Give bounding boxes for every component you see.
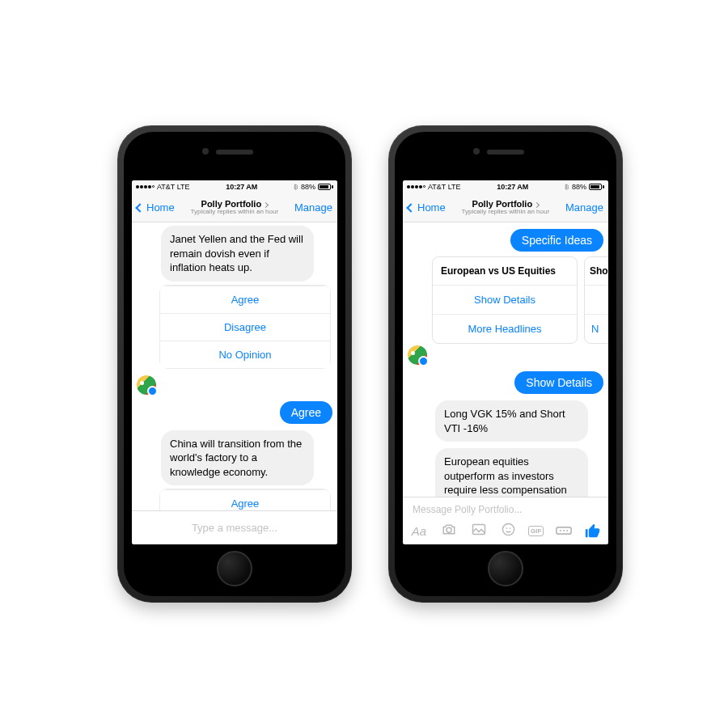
camera-icon[interactable] [439, 523, 459, 538]
gif-button[interactable]: GIF [528, 526, 544, 536]
chat-scroll[interactable]: Janet Yellen and the Fed will remain dov… [132, 222, 337, 510]
quick-reply-list: Agree Disagree No Opinion [159, 489, 331, 510]
chat-subtitle: Typically replies within an hour [446, 209, 565, 216]
bot-avatar[interactable] [137, 375, 156, 395]
svg-point-2 [502, 523, 514, 535]
chevron-left-icon [406, 203, 415, 212]
quick-reply-agree[interactable]: Agree [159, 286, 331, 313]
status-bar: AT&T LTE 10:27 AM ฿ 88% [403, 180, 608, 193]
phone-mockup-1: AT&T LTE 10:27 AM ฿ 88% Home [117, 125, 352, 603]
svg-point-8 [566, 529, 568, 531]
nav-bar: Home Polly Portfolio Typically replies w… [403, 193, 608, 222]
svg-point-4 [510, 527, 511, 529]
chat-subtitle: Typically replies within an hour [175, 209, 294, 216]
battery-icon [318, 184, 333, 190]
svg-point-3 [506, 527, 507, 529]
carrier-label: AT&T LTE [428, 183, 461, 191]
bluetooth-icon: ฿ [294, 183, 298, 191]
card-carousel[interactable]: European vs US Equities Show Details Mor… [432, 256, 608, 344]
card-title: European vs US Equities [433, 257, 577, 285]
message-input-placeholder: Type a message... [192, 522, 277, 534]
home-button[interactable] [488, 551, 523, 586]
status-bar: AT&T LTE 10:27 AM ฿ 88% [132, 180, 337, 193]
card-button[interactable] [585, 285, 608, 314]
emoji-icon[interactable] [498, 523, 518, 539]
card-title: Short [585, 257, 608, 285]
svg-point-7 [563, 529, 565, 531]
idea-card: Short N [584, 256, 608, 344]
quick-reply-disagree[interactable]: Disagree [159, 313, 331, 341]
battery-icon [589, 184, 604, 190]
chevron-left-icon [135, 203, 144, 212]
back-label: Home [146, 201, 175, 214]
phone-camera [202, 148, 209, 154]
svg-point-0 [447, 527, 451, 532]
battery-percent: 88% [572, 183, 586, 191]
bluetooth-icon: ฿ [565, 183, 569, 191]
phone-speaker [487, 150, 524, 154]
bot-message: China will transition from the world's f… [161, 430, 314, 486]
text-format-button[interactable]: Aa [409, 524, 429, 538]
battery-percent: 88% [301, 183, 315, 191]
user-message: Show Details [514, 371, 603, 394]
nav-bar: Home Polly Portfolio Typically replies w… [132, 193, 337, 222]
quick-reply-noopinion[interactable]: No Opinion [159, 341, 331, 369]
message-input-placeholder: Message Polly Portfolio... [413, 504, 522, 515]
more-icon[interactable] [554, 524, 574, 538]
bot-message: European equities outperform as investor… [435, 448, 588, 497]
card-show-details-button[interactable]: Show Details [433, 285, 577, 314]
svg-point-6 [560, 529, 561, 531]
back-label: Home [417, 201, 446, 214]
card-button[interactable]: N [585, 314, 608, 343]
carrier-label: AT&T LTE [157, 183, 190, 191]
quick-reply-agree[interactable]: Agree [159, 489, 331, 510]
back-button[interactable]: Home [137, 201, 175, 214]
user-message: Agree [280, 401, 332, 424]
card-more-headlines-button[interactable]: More Headlines [433, 314, 577, 343]
idea-card: European vs US Equities Show Details Mor… [432, 256, 578, 344]
bot-message: Janet Yellen and the Fed will remain dov… [161, 226, 314, 281]
phone-camera [473, 148, 480, 154]
back-button[interactable]: Home [408, 201, 446, 214]
chevron-right-icon [263, 202, 269, 208]
message-input[interactable]: Type a message... [132, 510, 337, 544]
clock: 10:27 AM [497, 183, 528, 191]
manage-button[interactable]: Manage [565, 201, 603, 214]
quick-reply-list: Agree Disagree No Opinion [159, 285, 331, 369]
message-input[interactable]: Message Polly Portfolio... [408, 501, 603, 518]
clock: 10:27 AM [226, 183, 257, 191]
chevron-right-icon [534, 202, 540, 208]
gallery-icon[interactable] [469, 523, 489, 538]
bot-message: Long VGK 15% and Short VTI -16% [435, 400, 588, 442]
user-message: Specific Ideas [510, 229, 603, 252]
home-button[interactable] [217, 551, 252, 586]
manage-button[interactable]: Manage [294, 201, 332, 214]
like-button[interactable] [584, 522, 602, 540]
bot-avatar[interactable] [408, 345, 427, 365]
composer: Message Polly Portfolio... Aa [403, 497, 608, 544]
phone-mockup-2: AT&T LTE 10:27 AM ฿ 88% Home [388, 125, 623, 603]
phone-speaker [216, 150, 253, 154]
chat-scroll[interactable]: Specific Ideas European vs US Equities S… [403, 222, 608, 497]
